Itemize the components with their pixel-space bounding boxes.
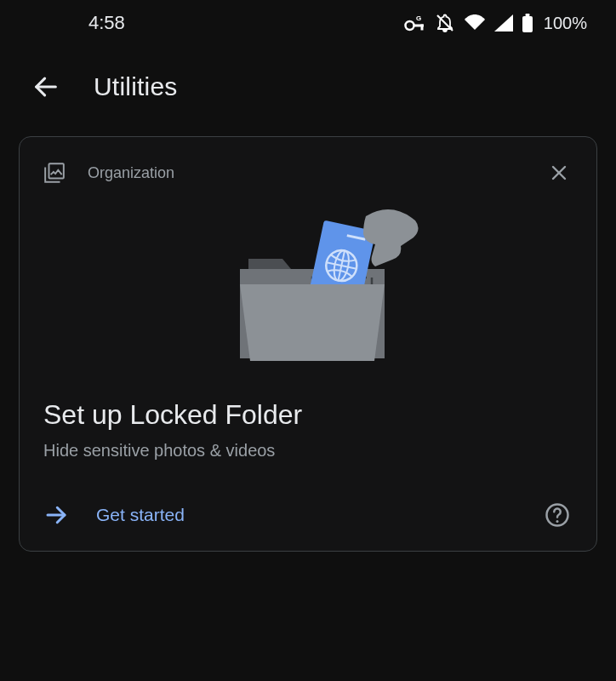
svg-rect-2 (420, 25, 423, 31)
signal-icon (494, 14, 513, 31)
page-title: Utilities (94, 72, 177, 101)
battery-percent: 100% (544, 14, 587, 33)
svg-rect-6 (525, 14, 529, 16)
wifi-icon (464, 14, 486, 31)
locked-folder-illustration (43, 195, 573, 382)
svg-rect-8 (49, 163, 64, 178)
vpn-key-icon: G (404, 14, 426, 32)
status-time: 4:58 (27, 12, 125, 34)
locked-folder-card: Organization (19, 136, 597, 552)
status-bar: 4:58 G (0, 0, 616, 43)
card-subtitle: Hide sensitive photos & videos (43, 441, 573, 461)
svg-text:G: G (416, 14, 421, 22)
get-started-button[interactable]: Get started (96, 505, 185, 525)
svg-rect-5 (522, 16, 533, 32)
card-category: Organization (88, 164, 523, 182)
dnd-icon (435, 13, 455, 33)
back-button[interactable] (29, 70, 63, 104)
photo-library-icon (43, 162, 66, 184)
svg-point-0 (405, 21, 414, 30)
help-button[interactable] (542, 500, 573, 530)
arrow-forward-icon (43, 502, 69, 528)
svg-point-21 (556, 520, 559, 523)
app-bar: Utilities (0, 43, 616, 126)
battery-icon (522, 14, 533, 32)
dismiss-card-button[interactable] (545, 159, 573, 186)
status-icons: G 100% (404, 13, 587, 33)
card-title: Set up Locked Folder (43, 399, 573, 431)
